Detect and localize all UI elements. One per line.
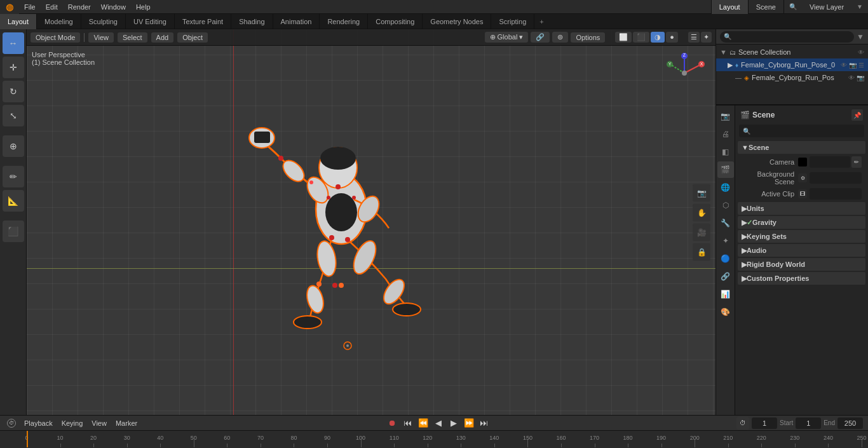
prop-pin-icon[interactable]: 📌 xyxy=(851,109,863,121)
rigid-body-header[interactable]: ▶ Rigid Body World xyxy=(738,258,865,271)
view-menu-timeline[interactable]: View xyxy=(89,419,109,427)
view-menu[interactable]: View xyxy=(88,32,114,43)
add-menu[interactable]: Add xyxy=(151,32,174,43)
scene-collection-item[interactable]: ▼ 🗂 Scene Collection 👁 xyxy=(716,46,868,58)
tab-modeling[interactable]: Modeling xyxy=(37,14,81,29)
camera-color-swatch[interactable] xyxy=(798,158,807,166)
rendered-shading[interactable]: ● xyxy=(666,32,678,43)
tab-sculpting[interactable]: Sculpting xyxy=(81,14,126,29)
prop-modifier-icon[interactable]: 🔧 xyxy=(717,215,734,231)
tool-measure[interactable]: 📐 xyxy=(3,190,24,212)
layout-selector[interactable]: Layout xyxy=(711,0,749,14)
outliner-item-1[interactable]: — ◈ Female_Cyborg_Run_Pos 👁 📷 xyxy=(716,71,868,84)
active-clip-icon[interactable]: 🎞 xyxy=(798,189,807,198)
tool-scale[interactable]: ⤡ xyxy=(3,105,24,126)
timeline-ruler[interactable]: 0102030405060708090100110120130140150160… xyxy=(0,431,868,447)
prop-data-icon[interactable]: 📊 xyxy=(717,286,734,302)
keying-sets-header[interactable]: ▶ Keying Sets xyxy=(738,230,865,243)
view-layer-display[interactable]: View Layer xyxy=(802,0,851,14)
transform-global[interactable]: ⊕ Global ▾ xyxy=(485,32,529,43)
tool-transform[interactable]: ⊕ xyxy=(3,135,24,157)
tab-uv-editing[interactable]: UV Editing xyxy=(126,14,175,29)
prop-physics-icon[interactable]: 🔵 xyxy=(717,250,734,267)
menu-file[interactable]: File xyxy=(19,0,41,14)
prop-render-icon[interactable]: 📷 xyxy=(717,108,734,125)
active-clip-value[interactable] xyxy=(810,188,862,200)
item-render-1[interactable]: 📷 xyxy=(857,74,864,81)
tool-annotate[interactable]: ✏ xyxy=(3,166,24,187)
record-btn[interactable]: ⏺ xyxy=(386,417,399,430)
background-scene-icon[interactable]: ⚙ xyxy=(798,173,807,182)
camera-edit-btn[interactable]: ✏ xyxy=(851,156,862,168)
marker-menu[interactable]: Marker xyxy=(113,419,140,427)
prop-object-icon[interactable]: ⬡ xyxy=(717,197,734,214)
prop-constraints-icon[interactable]: 🔗 xyxy=(717,268,734,285)
item-outliner-0[interactable]: ☰ xyxy=(858,62,864,69)
prop-material-icon[interactable]: 🎨 xyxy=(717,304,734,320)
viewport-camera-btn[interactable]: 🎥 xyxy=(693,223,710,241)
keying-menu[interactable]: Keying xyxy=(59,419,86,427)
options-btn[interactable]: Options xyxy=(571,32,605,43)
timeline-mode-icon[interactable]: ⏱ xyxy=(5,417,18,430)
end-frame-input[interactable]: 250 xyxy=(837,417,863,429)
material-shading[interactable]: ◑ xyxy=(651,32,665,43)
add-workspace-button[interactable]: + xyxy=(534,18,548,25)
tool-select[interactable]: ↔ xyxy=(3,32,24,54)
filter-icon[interactable]: ▼ xyxy=(857,3,863,10)
tab-rendering[interactable]: Rendering xyxy=(320,14,368,29)
gizmo-toggle[interactable]: ✦ xyxy=(701,32,712,43)
snap-toggle[interactable]: 🔗 xyxy=(531,32,550,43)
object-mode-dropdown[interactable]: Object Mode xyxy=(31,32,80,43)
outliner-item-0[interactable]: ▶ ♦ Female_Cyborg_Run_Pose_0 👁 📷 ☰ xyxy=(716,58,868,71)
audio-section-header[interactable]: ▶ Audio xyxy=(738,244,865,257)
custom-props-header[interactable]: ▶ Custom Properties xyxy=(738,272,865,285)
tab-geometry-nodes[interactable]: Geometry Nodes xyxy=(423,14,491,29)
prop-search-bar[interactable]: 🔍 xyxy=(739,125,864,137)
scene-section-header[interactable]: ▼ Scene xyxy=(738,141,865,154)
start-frame-input[interactable]: 1 xyxy=(796,417,821,429)
tool-add-cube[interactable]: ⬛ xyxy=(3,221,24,242)
tool-rotate[interactable]: ↻ xyxy=(3,81,24,102)
prop-output-icon[interactable]: 🖨 xyxy=(717,126,734,142)
menu-window[interactable]: Window xyxy=(96,0,131,14)
background-scene-value[interactable] xyxy=(810,172,862,184)
menu-help[interactable]: Help xyxy=(131,0,156,14)
prop-scene-icon[interactable]: 🎬 xyxy=(717,161,734,178)
play-reverse-btn[interactable]: ◀ xyxy=(432,417,445,430)
item-render-0[interactable]: 📷 xyxy=(849,62,857,69)
object-menu[interactable]: Object xyxy=(177,32,208,43)
camera-value[interactable] xyxy=(810,156,850,168)
viewport[interactable]: Object Mode View Select Add Object ⊕ Glo… xyxy=(27,29,715,415)
viewport-camera-view[interactable]: 📷 xyxy=(693,184,710,201)
playback-menu[interactable]: Playback xyxy=(22,419,55,427)
step-forward-btn[interactable]: ⏩ xyxy=(463,417,475,430)
blender-logo-icon[interactable]: ◍ xyxy=(0,0,19,14)
viewport-pan-tool[interactable]: ✋ xyxy=(693,203,710,221)
jump-start-btn[interactable]: ⏮ xyxy=(402,417,414,430)
tab-compositing[interactable]: Compositing xyxy=(368,14,423,29)
solid-shading[interactable]: ⬛ xyxy=(633,32,649,43)
prop-particles-icon[interactable]: ✦ xyxy=(717,233,734,249)
proportional-edit[interactable]: ⊚ xyxy=(552,32,568,43)
wire-shading[interactable]: ⬜ xyxy=(615,32,632,43)
tab-shading[interactable]: Shading xyxy=(231,14,273,29)
menu-render[interactable]: Render xyxy=(63,0,96,14)
item-visibility-0[interactable]: 👁 xyxy=(841,62,847,69)
jump-end-btn[interactable]: ⏭ xyxy=(478,417,491,430)
current-frame-input[interactable]: 1 xyxy=(752,417,777,429)
overlay-toggle[interactable]: ☰ xyxy=(688,32,700,43)
units-section-header[interactable]: ▶ Units xyxy=(738,202,865,215)
outliner-search[interactable]: 🔍 xyxy=(720,31,854,43)
gizmo[interactable]: Z X Y xyxy=(662,51,707,95)
tool-move[interactable]: ✛ xyxy=(3,57,24,78)
scene-name-display[interactable]: Scene xyxy=(749,0,784,14)
step-back-btn[interactable]: ⏪ xyxy=(417,417,430,430)
tab-scripting[interactable]: Scripting xyxy=(491,14,534,29)
prop-world-icon[interactable]: 🌐 xyxy=(717,179,734,196)
gravity-section-header[interactable]: ▶ ✓ Gravity xyxy=(738,216,865,229)
frame-timer-icon[interactable]: ⏱ xyxy=(736,417,749,430)
outliner-filter-icon[interactable]: ▼ xyxy=(857,32,864,41)
play-btn[interactable]: ▶ xyxy=(447,417,460,430)
select-menu[interactable]: Select xyxy=(118,32,147,43)
prop-viewlayer-icon[interactable]: ◧ xyxy=(717,144,734,160)
